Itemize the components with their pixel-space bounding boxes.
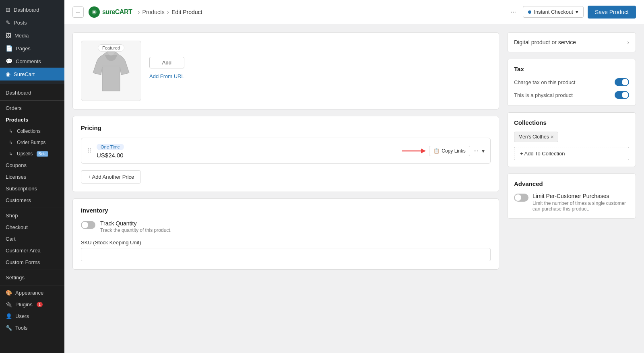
add-collection-button[interactable]: + Add To Collection	[514, 147, 629, 160]
sidebar-item-dashboard-wp[interactable]: ⊞ Dashboard	[0, 3, 64, 16]
breadcrumb-separator-1: ›	[138, 8, 140, 16]
sidebar-item-licenses[interactable]: Licenses	[0, 171, 64, 183]
breadcrumb-edit-product: Edit Product	[171, 9, 202, 15]
sidebar-item-coupons[interactable]: Coupons	[0, 159, 64, 171]
drag-handle-icon[interactable]: ⠿	[87, 147, 92, 155]
price-expand-button[interactable]: ▾	[482, 148, 485, 154]
dashboard-icon: ⊞	[6, 6, 10, 13]
charge-tax-row: Charge tax on this product	[514, 78, 629, 86]
physical-product-row: This is a physical product	[514, 91, 629, 99]
price-more-button[interactable]: ···	[473, 147, 479, 155]
beta-badge: Beta	[37, 151, 48, 157]
limit-purchases-toggle[interactable]	[514, 194, 528, 202]
sidebar-item-appearance[interactable]: 🎨 Appearance	[0, 287, 64, 299]
tax-title: Tax	[514, 66, 629, 72]
sidebar-item-sc-dashboard[interactable]: Dashboard	[0, 87, 64, 99]
advanced-card: Advanced Limit Per-Customer Purchases Li…	[507, 173, 636, 219]
topbar-actions: ··· Instant Checkout ▾ Save Product	[508, 6, 636, 19]
tools-icon: 🔧	[6, 325, 12, 331]
collections-title: Collections	[514, 119, 629, 126]
featured-badge: Featured	[98, 44, 124, 52]
chevron-down-icon: ▾	[576, 9, 578, 15]
sidebar-item-order-bumps[interactable]: ↳ Order Bumps	[0, 137, 64, 148]
sku-label: SKU (Stock Keeping Unit)	[81, 239, 491, 246]
sidebar-item-custom-forms[interactable]: Custom Forms	[0, 256, 64, 268]
sidebar-item-subscriptions[interactable]: Subscriptions	[0, 183, 64, 194]
surecart-section: Dashboard Orders Products ↳ Collections …	[0, 84, 64, 337]
arrow-indicator	[402, 146, 426, 156]
sidebar-item-products[interactable]: Products	[0, 114, 64, 126]
charge-tax-label: Charge tax on this product	[514, 79, 575, 85]
media-icon: 🖼	[6, 32, 11, 39]
sidebar-item-orders[interactable]: Orders	[0, 102, 64, 114]
right-column: Digital product or service › Tax Charge …	[507, 32, 636, 345]
plugins-badge: 1	[37, 302, 43, 307]
price-actions: 📋 Copy Links ··· ▾	[402, 146, 485, 156]
collections-card: Collections Men's Clothes × + Add To Col…	[507, 112, 636, 167]
charge-tax-toggle[interactable]	[615, 78, 629, 86]
price-amount: US$24.00	[97, 152, 397, 159]
sidebar-item-posts[interactable]: ✎ Posts	[0, 16, 64, 29]
users-icon: 👤	[6, 313, 12, 319]
limit-purchases-label: Limit Per-Customer Purchases	[533, 193, 629, 199]
appearance-icon: 🎨	[6, 290, 12, 296]
sidebar-item-tools[interactable]: 🔧 Tools	[0, 322, 64, 334]
main-column: Featured Add Ad	[72, 32, 499, 345]
sidebar-item-customer-area[interactable]: Customer Area	[0, 245, 64, 256]
back-button[interactable]: ←	[72, 6, 84, 18]
main-area: ← sureCART › Products › Edit Product ···…	[64, 0, 644, 353]
logo-text: sureCART	[102, 8, 132, 16]
copy-icon: 📋	[433, 148, 440, 154]
tax-card: Tax Charge tax on this product This is a…	[507, 59, 636, 106]
track-quantity-row: Track Quantity Track the quantity of thi…	[81, 220, 491, 233]
sidebar-item-collections[interactable]: ↳ Collections	[0, 126, 64, 137]
sidebar-item-checkout[interactable]: Checkout	[0, 221, 64, 233]
sidebar-item-media[interactable]: 🖼 Media	[0, 29, 64, 42]
plugins-icon: 🔌	[6, 301, 12, 308]
limit-purchases-desc: Limit the number of times a single custo…	[533, 200, 629, 212]
track-quantity-desc: Track the quantity of this product.	[100, 227, 171, 233]
logo: sureCART	[89, 6, 132, 18]
logo-circle	[89, 6, 100, 18]
collection-tag: Men's Clothes ×	[514, 132, 558, 142]
breadcrumb-products[interactable]: Products	[142, 9, 165, 15]
inventory-title: Inventory	[81, 207, 491, 214]
more-options-button[interactable]: ···	[508, 6, 519, 18]
sidebar-item-upsells[interactable]: ↳ Upsells Beta	[0, 148, 64, 159]
chevron-right-icon: ›	[627, 39, 629, 45]
digital-service-row[interactable]: Digital product or service ›	[514, 39, 629, 45]
pricing-card: Pricing ⠿ One Time US$24.00	[72, 116, 499, 192]
sidebar-item-cart[interactable]: Cart	[0, 233, 64, 245]
copy-links-button[interactable]: 📋 Copy Links	[429, 146, 470, 156]
image-actions: Add Add From URL	[149, 41, 184, 79]
instant-checkout-button[interactable]: Instant Checkout ▾	[523, 6, 584, 18]
price-type-badge: One Time	[97, 144, 124, 150]
track-quantity-toggle[interactable]	[81, 221, 95, 229]
advanced-title: Advanced	[514, 180, 629, 187]
comments-icon: 💬	[6, 58, 12, 64]
digital-service-label: Digital product or service	[514, 39, 576, 45]
sidebar-item-customers[interactable]: Customers	[0, 194, 64, 206]
sidebar-item-shop[interactable]: Shop	[0, 210, 64, 221]
breadcrumb-separator-2: ›	[167, 8, 169, 16]
sidebar-item-settings[interactable]: Settings	[0, 272, 64, 283]
sidebar-item-plugins[interactable]: 🔌 Plugins 1	[0, 299, 64, 310]
content-area: Featured Add Ad	[64, 24, 644, 353]
sidebar-item-pages[interactable]: 📄 Pages	[0, 42, 64, 55]
remove-collection-button[interactable]: ×	[551, 134, 554, 140]
price-info: One Time US$24.00	[97, 143, 397, 159]
instant-checkout-dot	[528, 10, 531, 14]
add-image-button[interactable]: Add	[149, 57, 184, 68]
pricing-title: Pricing	[81, 124, 491, 131]
add-from-url-link[interactable]: Add From URL	[149, 73, 184, 79]
sidebar-item-surecart[interactable]: ◉ SureCart	[0, 68, 64, 81]
pages-icon: 📄	[6, 45, 12, 52]
sidebar-item-users[interactable]: 👤 Users	[0, 310, 64, 322]
physical-product-label: This is a physical product	[514, 92, 573, 98]
sidebar-item-comments[interactable]: 💬 Comments	[0, 55, 64, 68]
add-price-button[interactable]: + Add Another Price	[81, 170, 141, 184]
physical-product-toggle[interactable]	[615, 91, 629, 99]
image-card: Featured Add Ad	[72, 32, 499, 109]
sku-input[interactable]	[81, 248, 491, 261]
save-product-button[interactable]: Save Product	[588, 6, 636, 19]
